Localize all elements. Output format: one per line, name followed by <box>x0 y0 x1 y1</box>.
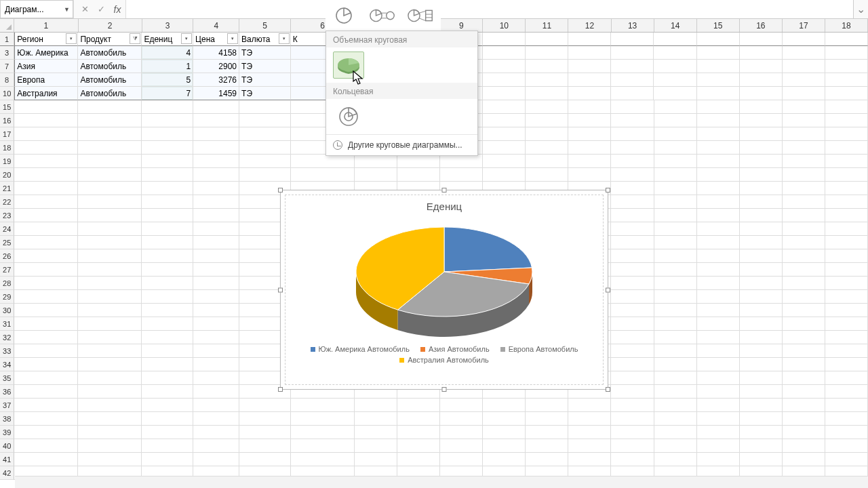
cell[interactable] <box>526 412 568 426</box>
cell[interactable] <box>568 127 611 141</box>
row-header[interactable]: 21 <box>0 182 14 195</box>
cell[interactable] <box>78 195 142 209</box>
cell[interactable] <box>740 371 783 385</box>
cell[interactable] <box>568 100 611 114</box>
cell[interactable] <box>654 385 697 399</box>
cell[interactable] <box>654 141 697 155</box>
cell[interactable] <box>483 73 526 87</box>
cell[interactable] <box>14 195 78 209</box>
cell[interactable] <box>825 195 868 209</box>
cell[interactable] <box>142 439 193 453</box>
cell[interactable]: Автомобиль <box>78 46 142 60</box>
cell[interactable] <box>611 263 654 277</box>
cell[interactable] <box>611 290 654 304</box>
cell[interactable] <box>654 304 697 317</box>
cell[interactable]: ТЭ <box>239 46 291 60</box>
cell[interactable] <box>14 141 78 155</box>
cell[interactable] <box>740 33 783 46</box>
col-header[interactable]: 16 <box>740 19 783 32</box>
cell[interactable] <box>193 344 239 358</box>
cell[interactable] <box>654 331 697 344</box>
filter-button[interactable]: ▾ <box>279 33 290 44</box>
cell[interactable] <box>193 209 239 222</box>
cell[interactable]: Автомобиль <box>78 73 142 87</box>
cell[interactable] <box>697 182 740 195</box>
col-header[interactable]: 3 <box>142 19 194 32</box>
cell[interactable] <box>654 290 697 304</box>
select-all-triangle[interactable] <box>0 19 14 32</box>
cell[interactable] <box>142 453 193 466</box>
cell[interactable] <box>825 209 868 222</box>
cell[interactable]: Австралия <box>14 87 78 100</box>
cell[interactable] <box>783 100 825 114</box>
horizontal-scrollbar[interactable] <box>15 476 868 488</box>
cell[interactable] <box>783 277 825 290</box>
cell[interactable] <box>697 141 740 155</box>
cell[interactable] <box>483 412 526 426</box>
cell[interactable] <box>142 182 193 195</box>
cell[interactable] <box>78 249 142 263</box>
cell[interactable] <box>193 290 239 304</box>
cell[interactable] <box>611 195 654 209</box>
cell[interactable] <box>440 412 483 426</box>
cell[interactable] <box>193 385 239 399</box>
cell[interactable] <box>239 155 291 168</box>
cell[interactable] <box>193 331 239 344</box>
cell[interactable] <box>697 195 740 209</box>
cell[interactable] <box>697 73 740 87</box>
cell[interactable] <box>697 222 740 236</box>
row-header[interactable]: 15 <box>0 100 14 114</box>
cell[interactable] <box>740 412 783 426</box>
cell[interactable] <box>78 100 142 114</box>
cell[interactable]: Цена▾ <box>193 33 239 46</box>
row-header[interactable]: 16 <box>0 114 14 127</box>
legend-item[interactable]: Юж. Америка Автомобиль <box>311 345 410 353</box>
cell[interactable] <box>78 168 142 182</box>
cell[interactable]: Азия <box>14 60 78 73</box>
col-header[interactable]: 5 <box>239 19 291 32</box>
cell[interactable] <box>78 331 142 344</box>
cell[interactable] <box>654 236 697 249</box>
cell[interactable] <box>193 222 239 236</box>
cell[interactable]: Европа <box>14 73 78 87</box>
cell[interactable] <box>78 426 142 439</box>
cell[interactable] <box>483 155 526 168</box>
cell[interactable] <box>783 127 825 141</box>
cell[interactable]: ТЭ <box>239 60 291 73</box>
cell[interactable] <box>483 127 526 141</box>
cell[interactable] <box>568 33 611 46</box>
cell[interactable] <box>825 60 868 73</box>
cell[interactable] <box>611 385 654 399</box>
row-header[interactable]: 8 <box>0 73 14 87</box>
cell[interactable] <box>611 46 654 60</box>
cell[interactable] <box>142 331 193 344</box>
cell[interactable] <box>740 304 783 317</box>
cell[interactable] <box>526 141 568 155</box>
cell[interactable] <box>611 168 654 182</box>
cell[interactable]: 5 <box>142 73 193 87</box>
cell[interactable] <box>483 100 526 114</box>
formula-input[interactable] <box>125 0 853 18</box>
cell[interactable] <box>78 290 142 304</box>
cell[interactable] <box>142 236 193 249</box>
cell[interactable] <box>440 168 483 182</box>
cell[interactable] <box>697 46 740 60</box>
cell[interactable] <box>568 60 611 73</box>
cell[interactable] <box>14 371 78 385</box>
cell[interactable] <box>14 155 78 168</box>
cell[interactable] <box>740 290 783 304</box>
cell[interactable] <box>526 114 568 127</box>
cell[interactable] <box>697 263 740 277</box>
cell[interactable] <box>825 168 868 182</box>
chart-plot-area[interactable] <box>285 212 603 340</box>
cell[interactable] <box>568 439 611 453</box>
cell[interactable]: ТЭ <box>239 87 291 100</box>
cell[interactable] <box>483 33 526 46</box>
cell[interactable] <box>783 33 825 46</box>
row-header[interactable]: 17 <box>0 127 14 141</box>
cell[interactable]: Продукт⧩ <box>78 33 142 46</box>
cell[interactable] <box>78 385 142 399</box>
row-header[interactable]: 36 <box>0 385 14 399</box>
cell[interactable] <box>740 439 783 453</box>
cell[interactable] <box>654 60 696 73</box>
